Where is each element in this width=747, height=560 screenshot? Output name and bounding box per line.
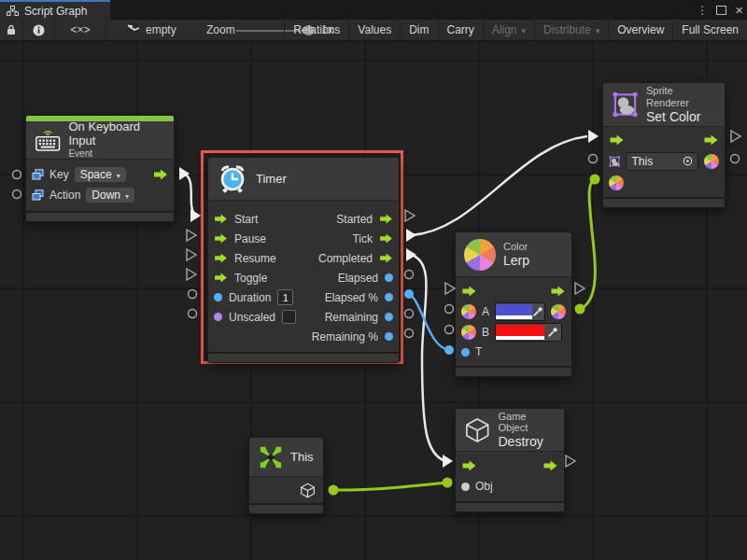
tab-bar: Script Graph ⋮ × xyxy=(0,0,747,20)
graph-pointer-icon xyxy=(127,24,140,35)
node-set-color[interactable]: Sprite Renderer Set Color This xyxy=(602,82,726,208)
timer-output-label: Elapsed xyxy=(338,272,378,285)
bool-input-port-icon[interactable] xyxy=(214,313,222,321)
flow-output-port-icon[interactable] xyxy=(543,460,558,471)
dim-button[interactable]: Dim xyxy=(400,20,437,40)
node-category: Sprite Renderer xyxy=(646,85,716,108)
eyedropper-icon[interactable] xyxy=(544,325,561,340)
input-t-label: T xyxy=(475,345,482,358)
node-category: Game Object xyxy=(498,411,556,434)
node-on-keyboard-input[interactable]: On Keyboard Input Event Key Space ▾ xyxy=(25,115,175,222)
flow-output-port-icon[interactable] xyxy=(379,253,393,263)
node-destroy[interactable]: Game Object Destroy Obj xyxy=(455,408,565,512)
color-b-swatch[interactable] xyxy=(495,323,562,342)
window-menu-icon[interactable]: ⋮ xyxy=(697,4,708,17)
flow-output-port-icon[interactable] xyxy=(703,134,719,146)
zoom-label: Zoom xyxy=(206,20,235,40)
color-wheel-icon xyxy=(464,239,496,271)
distribute-button[interactable]: Distribute▾ xyxy=(534,20,608,40)
timer-output-label: Tick xyxy=(352,232,373,245)
chevron-down-icon: ▾ xyxy=(596,26,600,35)
obj-input-port-icon[interactable] xyxy=(461,483,470,491)
values-button[interactable]: Values xyxy=(348,20,400,40)
key-dropdown[interactable]: Space ▾ xyxy=(75,167,126,182)
flow-output-port-icon[interactable] xyxy=(550,286,566,297)
node-timer[interactable]: Timer Start Started Pause Tick xyxy=(207,157,400,363)
color-output-port-icon[interactable] xyxy=(704,154,719,169)
eyedropper-icon[interactable] xyxy=(532,304,544,319)
t-input-port-icon[interactable] xyxy=(461,348,470,357)
node-header: Color Lerp xyxy=(456,232,571,277)
align-button[interactable]: Align▾ xyxy=(483,20,534,40)
timer-output-label: Remaining xyxy=(325,311,378,324)
sprite-renderer-port-icon[interactable] xyxy=(609,154,620,169)
timer-output-label: Elapsed % xyxy=(325,291,378,304)
flow-input-port-icon[interactable] xyxy=(214,233,228,244)
duration-value-input[interactable]: 1 xyxy=(277,289,293,305)
flow-input-port-icon[interactable] xyxy=(461,286,477,297)
value-output-port-icon[interactable] xyxy=(385,313,393,321)
node-this[interactable]: This xyxy=(248,437,324,514)
flow-output-port-icon[interactable] xyxy=(379,214,393,224)
node-header: Game Object Destroy xyxy=(456,409,564,452)
color-a-swatch[interactable] xyxy=(495,302,545,321)
timer-icon xyxy=(217,163,248,195)
keycode-icon xyxy=(32,169,44,180)
timer-input-label: Duration xyxy=(229,291,271,304)
color-output-port-icon[interactable] xyxy=(551,304,566,319)
graph-pointer-breadcrumb[interactable]: empty xyxy=(127,20,176,40)
key-port-label: Key xyxy=(49,168,69,181)
flow-input-port-icon[interactable] xyxy=(609,134,625,146)
chevron-down-icon: ▾ xyxy=(117,172,120,180)
flow-input-port-icon[interactable] xyxy=(461,460,477,471)
info-button[interactable] xyxy=(23,20,55,40)
tab-script-graph[interactable]: Script Graph xyxy=(0,0,110,20)
node-subtitle: Event xyxy=(68,148,165,160)
color-input-port-icon[interactable] xyxy=(461,325,476,340)
chevron-down-icon: ▾ xyxy=(125,192,129,201)
color-input-port-icon[interactable] xyxy=(609,175,624,190)
unscaled-checkbox[interactable] xyxy=(282,310,296,324)
value-output-port-icon[interactable] xyxy=(385,293,393,301)
obj-label: Obj xyxy=(475,480,493,493)
overview-button[interactable]: Overview xyxy=(608,20,672,40)
maximize-icon[interactable] xyxy=(716,6,726,15)
value-output-port-icon[interactable] xyxy=(385,332,393,341)
trigger-output-port-icon[interactable] xyxy=(153,169,168,180)
node-footer xyxy=(208,352,399,362)
graph-toolbar: <×> empty Zoom 1x Relations Values Dim C… xyxy=(0,20,747,41)
renderer-target-field[interactable]: This xyxy=(626,152,698,171)
value-output-port-icon[interactable] xyxy=(385,273,393,282)
node-title: This xyxy=(290,450,314,464)
node-footer xyxy=(26,211,174,221)
code-view-label: <×> xyxy=(70,23,90,36)
flow-input-port-icon[interactable] xyxy=(214,253,228,263)
node-footer xyxy=(603,197,725,207)
node-header: This xyxy=(249,438,323,477)
sprite-renderer-icon xyxy=(612,91,639,119)
node-color-lerp[interactable]: Color Lerp A B xyxy=(455,231,572,377)
timer-input-label: Resume xyxy=(234,252,276,265)
close-icon[interactable]: × xyxy=(735,6,743,15)
node-title: Timer xyxy=(256,172,287,186)
flow-output-port-icon[interactable] xyxy=(379,233,393,244)
flow-input-port-icon[interactable] xyxy=(214,273,228,283)
lock-button[interactable] xyxy=(0,20,23,40)
carry-button[interactable]: Carry xyxy=(438,20,483,40)
timer-output-label: Completed xyxy=(318,252,373,265)
object-picker-icon[interactable] xyxy=(683,156,693,166)
flow-input-port-icon[interactable] xyxy=(214,214,228,224)
unity-visual-scripting-window: Script Graph ⋮ × <×> xyxy=(0,0,747,560)
lock-icon xyxy=(7,24,16,35)
timer-output-label: Remaining % xyxy=(312,330,378,343)
value-input-port-icon[interactable] xyxy=(214,293,222,301)
relations-button[interactable]: Relations xyxy=(284,20,348,40)
timer-input-label: Toggle xyxy=(234,272,267,285)
graph-icon xyxy=(7,6,19,16)
code-view-button[interactable]: <×> xyxy=(55,20,106,40)
action-dropdown[interactable]: Down ▾ xyxy=(86,188,134,203)
color-input-port-icon[interactable] xyxy=(461,304,476,319)
gameobject-output-port-icon[interactable] xyxy=(300,483,316,498)
fullscreen-button[interactable]: Full Screen xyxy=(672,20,747,40)
node-footer xyxy=(456,501,564,511)
